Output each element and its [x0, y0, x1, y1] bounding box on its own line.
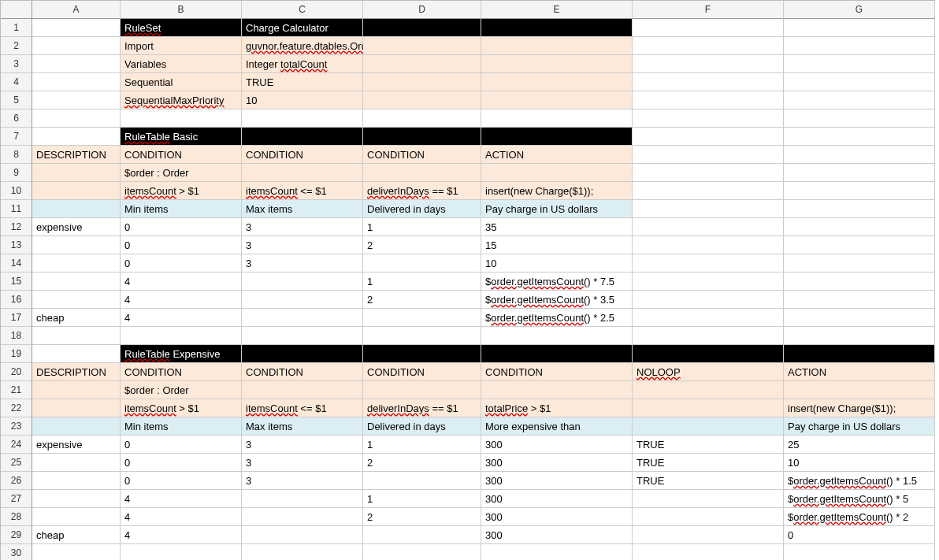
- cell-D13[interactable]: 2: [363, 236, 481, 254]
- cell-F1[interactable]: [633, 19, 784, 37]
- cell-G1[interactable]: [784, 19, 935, 37]
- cell-F29[interactable]: [633, 526, 784, 544]
- cell-D29[interactable]: [363, 526, 481, 544]
- cell-B23[interactable]: Min items: [121, 417, 242, 436]
- cell-D20[interactable]: CONDITION: [363, 363, 481, 381]
- cell-D21[interactable]: [363, 381, 481, 399]
- cell-B10[interactable]: itemsCount > $1: [121, 182, 242, 200]
- cell-E10[interactable]: insert(new Charge($1));: [481, 182, 633, 200]
- cell-F4[interactable]: [633, 73, 784, 91]
- cell-E4[interactable]: [481, 73, 633, 91]
- cell-D2[interactable]: [363, 37, 481, 55]
- cell-F7[interactable]: [633, 128, 784, 146]
- cell-F24[interactable]: TRUE: [633, 436, 784, 454]
- col-header-F[interactable]: F: [633, 1, 784, 19]
- cell-F12[interactable]: [633, 218, 784, 236]
- cell-E27[interactable]: 300: [481, 490, 633, 508]
- cell-F18[interactable]: [633, 327, 784, 345]
- cell-A30[interactable]: [32, 544, 121, 560]
- cell-G30[interactable]: [784, 544, 935, 560]
- cell-G3[interactable]: [784, 55, 935, 73]
- cell-D7[interactable]: [363, 128, 481, 146]
- cell-D23[interactable]: Delivered in days: [363, 417, 481, 436]
- row-header-20[interactable]: 20: [1, 363, 32, 381]
- row-header-22[interactable]: 22: [1, 399, 32, 417]
- cell-C7[interactable]: [242, 128, 363, 146]
- cell-D27[interactable]: 1: [363, 490, 481, 508]
- cell-E17[interactable]: $order.getItemsCount() * 2.5: [481, 309, 633, 327]
- cell-C1[interactable]: Charge Calculator: [242, 19, 363, 37]
- row-header-5[interactable]: 5: [1, 91, 32, 109]
- cell-B1[interactable]: RuleSet: [121, 19, 242, 37]
- row-header-2[interactable]: 2: [1, 37, 32, 55]
- cell-F25[interactable]: TRUE: [633, 454, 784, 472]
- cell-C15[interactable]: [242, 273, 363, 291]
- cell-F20[interactable]: NOLOOP: [633, 363, 784, 381]
- cell-C13[interactable]: 3: [242, 236, 363, 254]
- cell-G11[interactable]: [784, 200, 935, 218]
- cell-D4[interactable]: [363, 73, 481, 91]
- cell-D22[interactable]: deliverInDays == $1: [363, 399, 481, 417]
- cell-E25[interactable]: 300: [481, 454, 633, 472]
- cell-G17[interactable]: [784, 309, 935, 327]
- row-header-15[interactable]: 15: [1, 273, 32, 291]
- row-header-21[interactable]: 21: [1, 381, 32, 399]
- cell-F19[interactable]: [633, 345, 784, 363]
- row-header-8[interactable]: 8: [1, 146, 32, 164]
- cell-A4[interactable]: [32, 73, 121, 91]
- cell-A19[interactable]: [32, 345, 121, 363]
- cell-A12[interactable]: expensive: [32, 218, 121, 236]
- cell-F6[interactable]: [633, 109, 784, 128]
- cell-E23[interactable]: More expensive than: [481, 417, 633, 436]
- cell-A23[interactable]: [32, 417, 121, 436]
- cell-G7[interactable]: [784, 128, 935, 146]
- cell-E1[interactable]: [481, 19, 633, 37]
- cell-G12[interactable]: [784, 218, 935, 236]
- cell-G27[interactable]: $order.getItemsCount() * 5: [784, 490, 935, 508]
- cell-B27[interactable]: 4: [121, 490, 242, 508]
- cell-E24[interactable]: 300: [481, 436, 633, 454]
- cell-G20[interactable]: ACTION: [784, 363, 935, 381]
- cell-G2[interactable]: [784, 37, 935, 55]
- row-header-7[interactable]: 7: [1, 128, 32, 146]
- cell-B13[interactable]: 0: [121, 236, 242, 254]
- cell-C24[interactable]: 3: [242, 436, 363, 454]
- row-header-23[interactable]: 23: [1, 417, 32, 436]
- row-header-17[interactable]: 17: [1, 309, 32, 327]
- cell-B21[interactable]: $order : Order: [121, 381, 242, 399]
- cell-A25[interactable]: [32, 454, 121, 472]
- row-header-28[interactable]: 28: [1, 508, 32, 526]
- row-header-25[interactable]: 25: [1, 454, 32, 472]
- cell-G9[interactable]: [784, 164, 935, 182]
- cell-F16[interactable]: [633, 291, 784, 309]
- cell-C20[interactable]: CONDITION: [242, 363, 363, 381]
- cell-C22[interactable]: itemsCount <= $1: [242, 399, 363, 417]
- cell-B19[interactable]: RuleTable Expensive: [121, 345, 242, 363]
- cell-C25[interactable]: 3: [242, 454, 363, 472]
- row-header-4[interactable]: 4: [1, 73, 32, 91]
- cell-D5[interactable]: [363, 91, 481, 109]
- cell-E2[interactable]: [481, 37, 633, 55]
- cell-G24[interactable]: 25: [784, 436, 935, 454]
- cell-B5[interactable]: SequentialMaxPriority: [121, 91, 242, 109]
- cell-A16[interactable]: [32, 291, 121, 309]
- cell-D24[interactable]: 1: [363, 436, 481, 454]
- cell-D6[interactable]: [363, 109, 481, 128]
- cell-E21[interactable]: [481, 381, 633, 399]
- cell-D8[interactable]: CONDITION: [363, 146, 481, 164]
- cell-D28[interactable]: 2: [363, 508, 481, 526]
- cell-C23[interactable]: Max items: [242, 417, 363, 436]
- corner-cell[interactable]: [1, 1, 32, 19]
- cell-B14[interactable]: 0: [121, 254, 242, 273]
- cell-B3[interactable]: Variables: [121, 55, 242, 73]
- cell-C3[interactable]: Integer totalCount: [242, 55, 363, 73]
- cell-D12[interactable]: 1: [363, 218, 481, 236]
- cell-B24[interactable]: 0: [121, 436, 242, 454]
- cell-D11[interactable]: Delivered in days: [363, 200, 481, 218]
- cell-D25[interactable]: 2: [363, 454, 481, 472]
- cell-C4[interactable]: TRUE: [242, 73, 363, 91]
- cell-G29[interactable]: 0: [784, 526, 935, 544]
- cell-F9[interactable]: [633, 164, 784, 182]
- cell-F30[interactable]: [633, 544, 784, 560]
- cell-B30[interactable]: [121, 544, 242, 560]
